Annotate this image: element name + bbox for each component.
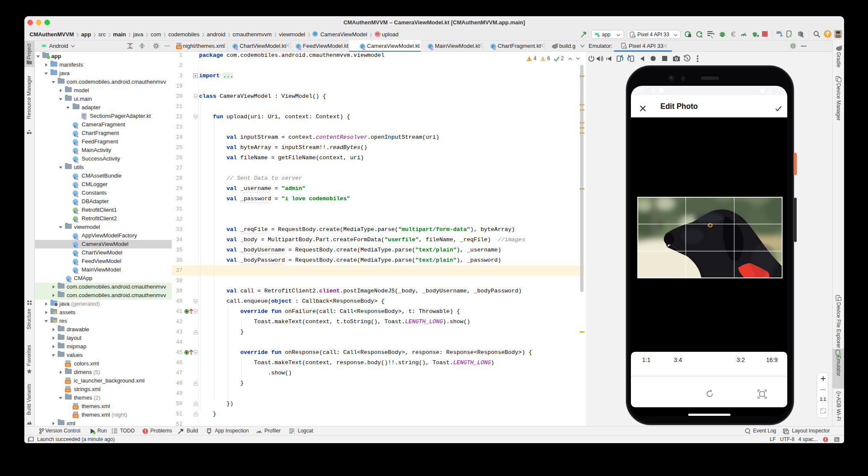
svg-text:A: A (700, 34, 703, 38)
